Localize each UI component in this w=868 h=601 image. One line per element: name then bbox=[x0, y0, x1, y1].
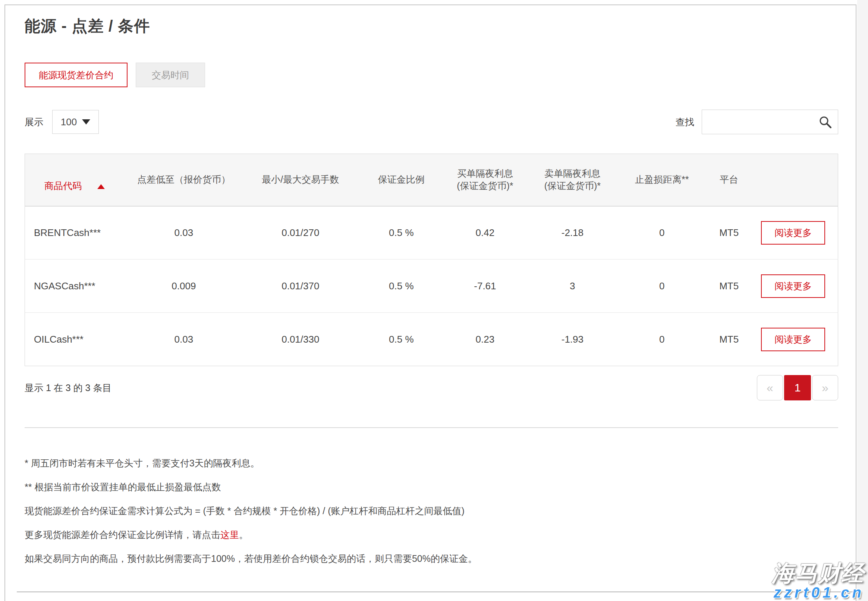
table-footer: 显示 1 在 3 的 3 条目 « 1 » bbox=[24, 375, 838, 400]
cell-symbol: NGASCash*** bbox=[25, 259, 130, 313]
footnote-margin-details: 更多现货能源差价合约保证金比例详情，请点击这里。 bbox=[24, 528, 838, 542]
cell-swap-short: 3 bbox=[531, 259, 615, 313]
search-input[interactable] bbox=[702, 110, 838, 134]
watermark-domain: zzrt01.cn bbox=[772, 584, 864, 600]
prev-page-button[interactable]: « bbox=[757, 375, 783, 400]
footnote-min-stop: ** 根据当前市价设置挂单的最低止损盈最低点数 bbox=[24, 480, 838, 494]
footnotes: * 周五闭市时若有未平仓头寸，需要支付3天的隔夜利息。 ** 根据当前市价设置挂… bbox=[24, 456, 838, 565]
page-size-value: 100 bbox=[61, 116, 77, 128]
page-background-strip bbox=[857, 0, 868, 601]
cell-spread: 0.03 bbox=[130, 313, 238, 366]
cell-swap-long: -7.61 bbox=[439, 259, 531, 313]
entries-summary: 显示 1 在 3 的 3 条目 bbox=[24, 382, 111, 394]
cell-spread: 0.009 bbox=[130, 259, 238, 313]
cell-platform: MT5 bbox=[709, 206, 749, 259]
tab-trading-hours[interactable]: 交易时间 bbox=[136, 63, 205, 87]
search-box bbox=[702, 110, 838, 134]
cell-swap-long: 0.23 bbox=[439, 313, 531, 366]
header-lots[interactable]: 最小/最大交易手数 bbox=[238, 154, 363, 206]
table-row: NGASCash*** 0.009 0.01/370 0.5 % -7.61 3… bbox=[25, 259, 838, 313]
cell-platform: MT5 bbox=[709, 313, 749, 366]
sort-asc-icon bbox=[97, 184, 105, 189]
header-symbol[interactable]: 商品代码 bbox=[25, 154, 130, 206]
bottom-divider bbox=[17, 591, 854, 592]
search-icon[interactable] bbox=[818, 115, 833, 131]
show-label: 展示 bbox=[24, 116, 43, 128]
search-control: 查找 bbox=[676, 110, 838, 134]
footnote-swap-3day: * 周五闭市时若有未平仓头寸，需要支付3天的隔夜利息。 bbox=[24, 456, 838, 470]
chevron-down-icon bbox=[82, 119, 90, 125]
header-actions bbox=[749, 154, 838, 206]
page-title: 能源 - 点差 / 条件 bbox=[24, 16, 838, 37]
watermark-brand: 海马财经 bbox=[772, 562, 864, 584]
cell-lots: 0.01/370 bbox=[238, 259, 363, 313]
cell-spread: 0.03 bbox=[130, 206, 238, 259]
cell-swap-long: 0.42 bbox=[439, 206, 531, 259]
cell-symbol: BRENTCash*** bbox=[25, 206, 130, 259]
pagination: « 1 » bbox=[757, 375, 838, 400]
page-size-control: 展示 100 bbox=[24, 110, 99, 134]
table-header-row: 商品代码 点差低至（报价货币） 最小/最大交易手数 保证金比例 买单隔夜利息 (… bbox=[25, 154, 838, 206]
page-size-select[interactable]: 100 bbox=[52, 110, 99, 134]
cell-margin: 0.5 % bbox=[363, 259, 439, 313]
cell-swap-short: -2.18 bbox=[531, 206, 615, 259]
cell-platform: MT5 bbox=[709, 259, 749, 313]
cell-margin: 0.5 % bbox=[363, 206, 439, 259]
here-link[interactable]: 这里 bbox=[220, 529, 239, 540]
cell-margin: 0.5 % bbox=[363, 313, 439, 366]
cell-symbol: OILCash*** bbox=[25, 313, 130, 366]
footnote-link-suffix: 。 bbox=[239, 529, 248, 540]
cell-swap-short: -1.93 bbox=[531, 313, 615, 366]
read-more-button[interactable]: 阅读更多 bbox=[761, 221, 825, 244]
table-body: BRENTCash*** 0.03 0.01/270 0.5 % 0.42 -2… bbox=[25, 206, 838, 366]
header-platform[interactable]: 平台 bbox=[709, 154, 749, 206]
read-more-button[interactable]: 阅读更多 bbox=[761, 275, 825, 298]
tab-energy-spot-cfd[interactable]: 能源现货差价合约 bbox=[24, 63, 128, 87]
table-row: BRENTCash*** 0.03 0.01/270 0.5 % 0.42 -2… bbox=[25, 206, 838, 259]
read-more-button[interactable]: 阅读更多 bbox=[761, 328, 825, 351]
watermark: 海马财经 zzrt01.cn bbox=[772, 562, 864, 600]
footnote-margin-formula: 现货能源差价合约保证金需求计算公式为 = (手数 * 合约规模 * 开仓价格) … bbox=[24, 504, 838, 517]
header-limit-stop[interactable]: 止盈损距离** bbox=[615, 154, 709, 206]
header-spread[interactable]: 点差低至（报价货币） bbox=[130, 154, 238, 206]
tab-bar: 能源现货差价合约 交易时间 bbox=[24, 63, 838, 87]
cell-lots: 0.01/330 bbox=[238, 313, 363, 366]
header-margin[interactable]: 保证金比例 bbox=[363, 154, 439, 206]
table-row: OILCash*** 0.03 0.01/330 0.5 % 0.23 -1.9… bbox=[25, 313, 838, 366]
page: 能源 - 点差 / 条件 能源现货差价合约 交易时间 展示 100 查找 bbox=[0, 0, 868, 601]
cell-limit-stop: 0 bbox=[615, 313, 709, 366]
next-page-button[interactable]: » bbox=[812, 375, 838, 400]
footnote-hedging: 如果交易同方向的商品，预付款比例需要高于100%，若使用差价合约锁仓交易的话，则… bbox=[24, 552, 838, 565]
current-page-button[interactable]: 1 bbox=[784, 375, 811, 400]
content-card: 能源 - 点差 / 条件 能源现货差价合约 交易时间 展示 100 查找 bbox=[5, 5, 856, 601]
table-controls: 展示 100 查找 bbox=[24, 110, 838, 134]
search-label: 查找 bbox=[676, 116, 694, 128]
header-swap-short[interactable]: 卖单隔夜利息 (保证金货币)* bbox=[531, 154, 615, 206]
section-divider bbox=[24, 427, 838, 428]
footnote-link-prefix: 更多现货能源差价合约保证金比例详情，请点击 bbox=[24, 529, 220, 540]
cell-limit-stop: 0 bbox=[615, 259, 709, 313]
cell-limit-stop: 0 bbox=[615, 206, 709, 259]
header-symbol-label: 商品代码 bbox=[44, 180, 82, 191]
table-header: 商品代码 点差低至（报价货币） 最小/最大交易手数 保证金比例 买单隔夜利息 (… bbox=[25, 154, 838, 206]
header-swap-long[interactable]: 买单隔夜利息 (保证金货币)* bbox=[439, 154, 531, 206]
spreads-table: 商品代码 点差低至（报价货币） 最小/最大交易手数 保证金比例 买单隔夜利息 (… bbox=[24, 154, 838, 366]
cell-lots: 0.01/270 bbox=[238, 206, 363, 259]
